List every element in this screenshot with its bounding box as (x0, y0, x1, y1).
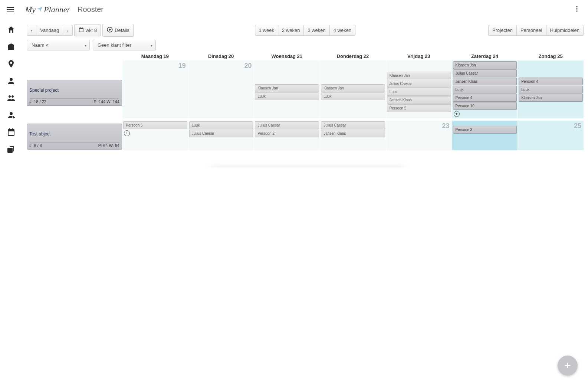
shift-chip[interactable]: Julius Caesar (387, 80, 451, 88)
range-2weeks[interactable]: 2 weken (278, 25, 304, 36)
sort-dropdown[interactable]: Naam < (27, 40, 90, 50)
details-button[interactable]: Details (102, 24, 134, 37)
day-cell[interactable]: Klaasen Jan Julius Caesar Luuk Jansen Kl… (386, 60, 452, 118)
shift-chip[interactable]: Julius Caesar (255, 121, 319, 129)
shift-chip[interactable]: Luuk (189, 121, 253, 129)
shift-chip[interactable]: Persoon 5 (123, 121, 187, 129)
person-add-icon[interactable] (7, 111, 16, 120)
day-cell[interactable]: Julius Caesar Jansen Klaas (320, 121, 386, 150)
day-number: 19 (178, 62, 186, 70)
day-cell[interactable]: Julius Caesar Persoon 2 (254, 121, 320, 150)
svg-point-0 (576, 6, 577, 7)
shift-chip[interactable]: Persoon 4 (519, 78, 583, 85)
day-cell[interactable]: 23 (386, 121, 452, 150)
more-icon[interactable] (573, 5, 582, 14)
day-cell[interactable]: 19 (122, 60, 188, 118)
plus-circle-icon (106, 26, 113, 34)
add-shift-button[interactable]: + (454, 111, 460, 117)
client-filter-dropdown[interactable]: Geen klant filter (93, 40, 156, 50)
people-icon[interactable] (7, 94, 16, 102)
shift-chip[interactable]: Persoon 2 (255, 130, 319, 137)
week-picker-button[interactable]: wk: 8 (74, 24, 101, 36)
day-header: Zondag 25 (518, 53, 584, 59)
next-button[interactable]: › (63, 25, 72, 36)
day-header: Vrijdag 23 (386, 53, 452, 59)
app-logo: My Planner (25, 5, 70, 14)
building-icon[interactable] (7, 42, 16, 51)
project-card[interactable]: Special project #: 18 / 22 P: 144 W: 144 (27, 80, 122, 106)
project-count: #: 18 / 22 (29, 99, 46, 104)
tab-projects[interactable]: Projecten (488, 25, 517, 36)
day-header: Maandag 19 (122, 53, 188, 59)
shift-chip[interactable]: Julius Caesar (321, 121, 385, 129)
logo-right: Planner (44, 5, 70, 14)
shift-chip[interactable]: Luuk (255, 92, 319, 100)
day-cell[interactable]: 20 (188, 60, 254, 118)
shift-chip[interactable]: Luuk (387, 88, 451, 96)
range-3weeks[interactable]: 3 weken (303, 25, 329, 36)
svg-point-1 (576, 8, 577, 9)
shift-chip[interactable]: Luuk (321, 92, 385, 100)
day-cell[interactable]: Luuk Julius Caesar (188, 121, 254, 150)
day-cell[interactable]: Persoon 4 Luuk Klaasen Jan (518, 60, 584, 118)
day-cell[interactable]: Klaasen Jan Luuk (254, 60, 320, 118)
shift-chip[interactable]: Persoon 5 (387, 104, 451, 112)
calendar-icon[interactable] (7, 128, 16, 137)
copy-icon[interactable] (7, 145, 16, 154)
project-name: Special project (29, 88, 119, 93)
shift-chip[interactable]: Persoon 4 (453, 94, 517, 102)
calendar-small-icon (78, 27, 84, 34)
project-pw: P: 144 W: 144 (93, 99, 119, 104)
project-name: Test object (29, 131, 119, 137)
home-icon[interactable] (7, 25, 16, 34)
person-icon[interactable] (7, 76, 16, 85)
day-cell[interactable]: Persoon 5 + (122, 121, 188, 150)
range-4weeks[interactable]: 4 weken (329, 25, 355, 36)
shift-chip[interactable]: Persoon 3 (453, 126, 517, 134)
shift-chip[interactable]: Persoon 10 (453, 102, 517, 110)
add-shift-button[interactable]: + (124, 130, 130, 136)
range-1week[interactable]: 1 week (255, 25, 278, 36)
day-number: 23 (442, 122, 450, 130)
shift-chip[interactable]: Klaasen Jan (255, 84, 319, 92)
shift-chip[interactable]: Jansen Klaas (321, 130, 385, 137)
day-cell[interactable]: Klaasen Jan Julius Caesar Jansen Klaas L… (452, 60, 518, 118)
shift-chip[interactable]: Klaasen Jan (519, 94, 583, 102)
page-title: Rooster (78, 5, 104, 14)
shift-chip[interactable]: Klaasen Jan (453, 61, 517, 69)
day-cell[interactable]: Klaasen Jan Luuk (320, 60, 386, 118)
logo-left: My (25, 5, 36, 14)
today-button[interactable]: Vandaag (36, 25, 63, 36)
project-card[interactable]: Test object #: 8 / 8 P: 64 W: 64 (27, 124, 122, 150)
day-header: Zaterdag 24 (452, 53, 518, 59)
svg-point-2 (576, 10, 577, 12)
shift-chip[interactable]: Klaasen Jan (387, 72, 451, 79)
tab-resources[interactable]: Hulpmiddelen (546, 25, 584, 36)
shift-chip[interactable]: Julius Caesar (453, 69, 517, 77)
day-number: 20 (244, 62, 252, 70)
shift-chip[interactable]: Jansen Klaas (387, 96, 451, 104)
sidebar (0, 19, 22, 167)
day-header: Dinsdag 20 (188, 53, 254, 59)
day-cell[interactable]: Persoon 3 (452, 121, 518, 150)
shift-chip[interactable]: Julius Caesar (189, 130, 253, 137)
week-label: wk: 8 (86, 27, 97, 33)
day-header: Donderdag 22 (320, 53, 386, 59)
day-header: Woensdag 21 (254, 53, 320, 59)
shift-chip[interactable]: Luuk (519, 86, 583, 94)
project-count: #: 8 / 8 (29, 143, 42, 148)
day-cell[interactable]: 25 (518, 121, 584, 150)
prev-button[interactable]: ‹ (27, 25, 36, 36)
range-group: 1 week 2 weken 3 weken 4 weken (255, 25, 355, 36)
shift-chip[interactable]: Jansen Klaas (453, 78, 517, 85)
project-pw: P: 64 W: 64 (98, 143, 119, 148)
location-icon[interactable] (7, 59, 16, 68)
shift-chip[interactable]: Luuk (453, 86, 517, 94)
shift-chip[interactable]: Klaasen Jan (321, 84, 385, 92)
view-tabs: Projecten Personeel Hulpmiddelen (488, 25, 584, 36)
paper-plane-icon (36, 5, 43, 14)
details-label: Details (115, 27, 129, 33)
menu-icon[interactable] (6, 5, 15, 14)
day-number: 25 (574, 122, 581, 130)
tab-personnel[interactable]: Personeel (516, 25, 546, 36)
